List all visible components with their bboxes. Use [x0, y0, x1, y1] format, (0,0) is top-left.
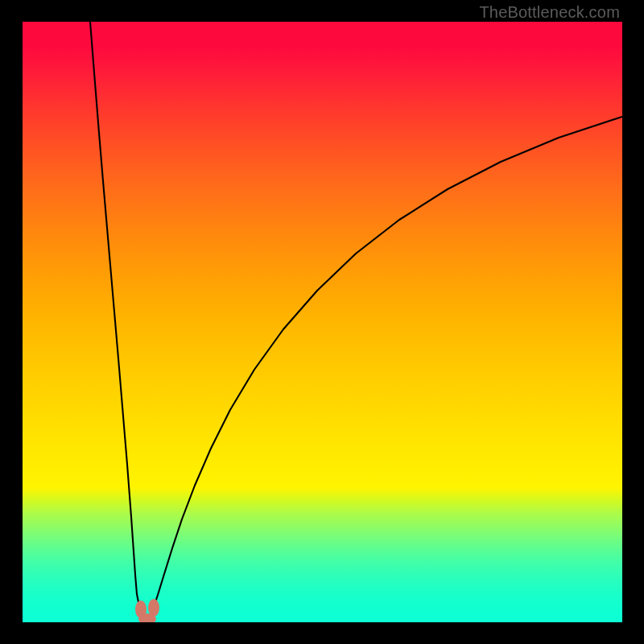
- chart-frame: TheBottleneck.com: [0, 0, 644, 644]
- markers: [135, 599, 159, 622]
- watermark-text: TheBottleneck.com: [479, 3, 620, 22]
- plot-area: [23, 22, 622, 622]
- curve-left: [90, 22, 144, 617]
- curve-layer: [23, 22, 622, 622]
- curve-right: [150, 117, 622, 617]
